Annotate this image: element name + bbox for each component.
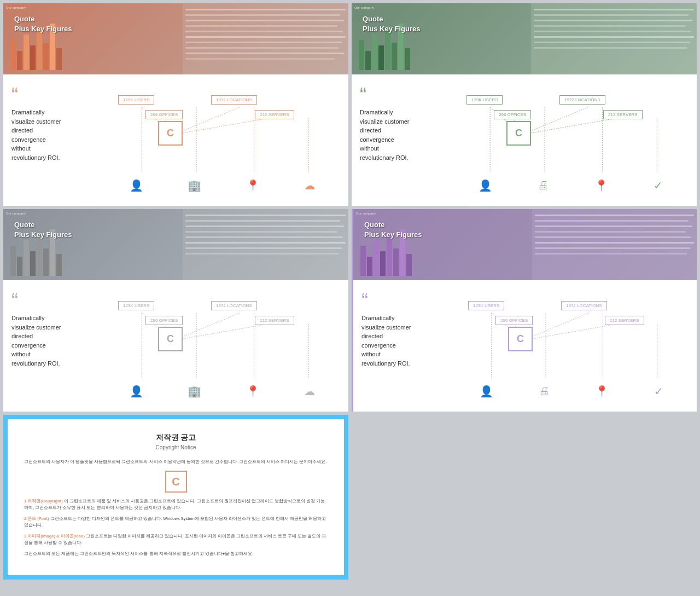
quote-text-1: Dramaticallyvisualize customerdirectedco…	[11, 108, 99, 162]
diagram-3: 129K USERS 1972 LOCATIONS 296 OFFICES 21…	[107, 291, 337, 401]
icon-server-1: ☁	[304, 179, 315, 192]
banner-company-label-4: Our company	[356, 212, 376, 215]
node-locations-1: 1972 LOCATIONS	[211, 95, 257, 105]
node-servers-4: 212 SERVERS	[605, 316, 644, 325]
icon-user-3: 👤	[130, 385, 143, 398]
icon-office-1: 🏢	[188, 179, 201, 192]
quote-text-3: Dramaticallyvisualize customerdirectedco…	[11, 314, 99, 368]
empty-bottom-right	[352, 415, 697, 580]
slide-green-figures: 129K USERS 1972 LOCATIONS 296 OFFICES 21…	[456, 85, 686, 195]
copyright-logo: C	[165, 471, 187, 493]
diagram-1: 129K USERS 1972 LOCATIONS 296 OFFICES 21…	[107, 85, 337, 195]
slide-purple-banner: Our company Quote Plus Key Figures	[353, 209, 697, 280]
copyright-section-2: 2.폰트 (Font) 그린소프트는 다양한 디자인의 폰트를 제공하고 있습니…	[24, 516, 328, 529]
node-offices-4: 296 OFFICES	[495, 316, 533, 325]
copyright-section-1: 1.저작권(Copyright) 이 그린소프트의 제품 및 서비스의 사용권은…	[24, 498, 328, 511]
icon-location-4: 📍	[595, 385, 609, 398]
banner-company-label-3: Our company	[6, 212, 26, 215]
node-servers-3: 212 SERVERS	[255, 316, 294, 325]
icon-location-3: 📍	[246, 385, 260, 398]
icon-cloud-3: ☁	[304, 385, 315, 398]
node-offices-3: 296 OFFICES	[145, 316, 183, 325]
slide-gray-title: Quote Plus Key Figures	[14, 220, 72, 240]
svg-line-27	[523, 324, 617, 340]
icon-user-4: 👤	[480, 385, 493, 398]
node-users-4: 129K USERS	[468, 301, 504, 310]
slide-green-content: “ Dramaticallyvisualize customerdirected…	[352, 74, 697, 206]
slide-green-banner: Our company Quote Plus Key Figures	[352, 3, 697, 74]
svg-line-17	[173, 313, 240, 340]
copyright-section-3: 3.이미지(Image) & 아이콘(Icon) 그린소프트는 다양한 이미지를…	[24, 533, 328, 546]
node-offices-1: 296 OFFICES	[145, 110, 183, 119]
center-logo-4: C	[508, 327, 533, 351]
icon-location-1: 📍	[246, 179, 260, 192]
slide-purple-title: Quote Plus Key Figures	[364, 220, 422, 240]
svg-line-9	[522, 107, 588, 135]
copyright-title: 저작권 공고	[24, 433, 328, 443]
svg-line-19	[173, 324, 269, 340]
icon-office-3: 🏢	[188, 385, 201, 398]
svg-line-3	[173, 118, 269, 135]
icon-check-4: ✓	[654, 385, 663, 398]
banner-company-label-1: Our company	[6, 6, 26, 9]
main-grid: Our company Quote Plus Key Figures “ Dra…	[0, 0, 700, 583]
svg-line-11	[522, 118, 617, 135]
node-locations-4: 1972 LOCATIONS	[561, 301, 607, 310]
slide-green-quote: “ Dramaticallyvisualize customerdirected…	[360, 85, 447, 162]
copyright-intro: 그린소프트의 사용자가 이 템플릿을 사용함으로써 그린소프트의 서비스 이용약…	[24, 459, 328, 465]
slide-orange-title: Quote Plus Key Figures	[14, 14, 72, 34]
svg-line-1	[173, 107, 240, 135]
copyright-footer: 그린소프트의 모든 제품에는 그린소프트만의 독자적인 서비스를 통해 지속적으…	[24, 551, 328, 557]
center-logo-3: C	[158, 327, 183, 351]
node-users-1: 129K USERS	[118, 95, 154, 105]
slide-orange-banner: Our company Quote Plus Key Figures	[3, 3, 348, 74]
quote-mark-3: “	[11, 291, 99, 311]
quote-mark-2: “	[360, 85, 447, 105]
node-users-2: 129K USERS	[466, 95, 503, 105]
slide-orange: Our company Quote Plus Key Figures “ Dra…	[3, 3, 348, 206]
icon-location-2: 📍	[594, 179, 608, 192]
node-offices-2: 296 OFFICES	[494, 110, 531, 119]
slide-purple-content: “ Dramaticallyvisualize customerdirected…	[353, 280, 697, 412]
slide-purple-figures: 129K USERS 1972 LOCATIONS 296 OFFICES 21…	[457, 291, 686, 401]
center-logo-2: C	[506, 121, 531, 146]
icon-user-2: 👤	[479, 179, 492, 192]
slide-orange-content: “ Dramaticallyvisualize customerdirected…	[3, 74, 348, 206]
quote-mark-1: “	[11, 85, 99, 105]
node-servers-1: 212 SERVERS	[255, 110, 294, 119]
slide-green-title: Quote Plus Key Figures	[363, 14, 420, 34]
node-servers-2: 212 SERVERS	[603, 110, 643, 119]
slide-gray-quote: “ Dramaticallyvisualize customerdirected…	[11, 291, 99, 368]
slide-gray-figures: 129K USERS 1972 LOCATIONS 296 OFFICES 21…	[107, 291, 337, 401]
icon-user-1: 👤	[130, 179, 143, 192]
copyright-subtitle: Copyright Notice	[24, 444, 328, 450]
slide-purple: Our company Quote Plus Key Figures “ Dra…	[352, 209, 697, 412]
slide-orange-figures: 129K USERS 1972 LOCATIONS 296 OFFICES 21…	[107, 85, 337, 195]
copyright-body: 그린소프트의 사용자가 이 템플릿을 사용함으로써 그린소프트의 서비스 이용약…	[24, 459, 328, 557]
node-locations-2: 1972 LOCATIONS	[559, 95, 605, 105]
slide-green: Our company Quote Plus Key Figures “ Dra…	[352, 3, 697, 206]
slide-purple-quote: “ Dramaticallyvisualize customerdirected…	[361, 291, 449, 368]
icon-office-2: 🖨	[538, 179, 549, 192]
slide-gray-content: “ Dramaticallyvisualize customerdirected…	[3, 280, 348, 412]
quote-text-2: Dramaticallyvisualize customerdirectedco…	[360, 108, 447, 162]
copyright-section: 저작권 공고 Copyright Notice 그린소프트의 사용자가 이 템플…	[3, 415, 348, 580]
node-locations-3: 1972 LOCATIONS	[211, 301, 257, 310]
icon-check-2: ✓	[654, 179, 663, 192]
banner-company-label-2: Our company	[354, 6, 374, 9]
slide-gray: Our company Quote Plus Key Figures “ Dra…	[3, 209, 348, 412]
quote-text-4: Dramaticallyvisualize customerdirectedco…	[361, 314, 449, 368]
center-logo-1: C	[158, 121, 183, 146]
diagram-2: 129K USERS 1972 LOCATIONS 296 OFFICES 21…	[456, 85, 686, 195]
quote-mark-4: “	[361, 291, 449, 311]
copyright-inner: 저작권 공고 Copyright Notice 그린소프트의 사용자가 이 템플…	[8, 419, 344, 575]
copyright-logo-center: C	[24, 471, 328, 493]
diagram-4: 129K USERS 1972 LOCATIONS 296 OFFICES 21…	[457, 291, 686, 401]
icon-office-4: 🖨	[539, 385, 550, 398]
node-users-3: 129K USERS	[118, 301, 154, 310]
slide-orange-quote: “ Dramaticallyvisualize customerdirected…	[11, 85, 99, 162]
slide-gray-banner: Our company Quote Plus Key Figures	[3, 209, 348, 280]
